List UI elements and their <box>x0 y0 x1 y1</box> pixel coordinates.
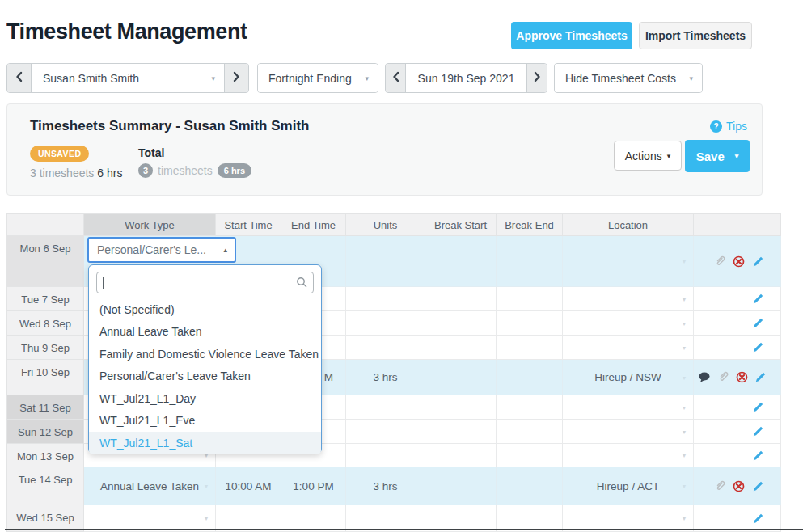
break-end-cell[interactable] <box>497 505 563 532</box>
location-cell[interactable]: ▾ <box>563 444 694 467</box>
edit-pencil-icon[interactable] <box>752 255 764 268</box>
dropdown-option[interactable]: WT_Jul21_L1_Eve <box>89 410 321 433</box>
units-cell[interactable]: 3 hrs <box>346 467 425 505</box>
dropdown-option[interactable]: Annual Leave Taken <box>89 321 321 344</box>
period-date-display[interactable]: Sun 19th Sep 2021 <box>406 64 526 92</box>
work-type-combobox[interactable]: Personal/Carer's Le... ▴ <box>87 237 236 263</box>
column-header-break-start: Break Start <box>425 214 497 236</box>
break-end-cell[interactable] <box>497 444 563 467</box>
employee-prev-button[interactable] <box>7 64 32 92</box>
break-end-cell[interactable] <box>497 467 563 505</box>
tips-label: Tips <box>726 120 747 133</box>
units-cell[interactable] <box>346 395 425 420</box>
chevron-down-icon: ▾ <box>205 483 208 490</box>
dropdown-option-highlighted[interactable]: WT_Jul21_L1_Sat <box>89 432 321 454</box>
break-end-cell[interactable] <box>497 236 563 287</box>
column-header-actions <box>694 214 781 236</box>
edit-pencil-icon[interactable] <box>752 293 764 305</box>
dropdown-option[interactable]: (Not Specified) <box>89 298 321 321</box>
period-type-group: Fortnight Ending ▾ <box>257 63 378 93</box>
chevron-down-icon: ▾ <box>735 152 739 160</box>
units-cell[interactable] <box>346 505 425 532</box>
dropdown-option[interactable]: WT_Jul21_L1_Day <box>89 387 321 410</box>
location-cell[interactable]: ▾ <box>563 395 694 420</box>
column-header-work-type: Work Type <box>84 214 216 236</box>
costs-select[interactable]: Hide Timesheet Costs ▾ <box>555 64 702 92</box>
units-cell[interactable]: 3 hrs <box>346 360 425 395</box>
break-start-cell[interactable] <box>425 336 497 360</box>
dropdown-option[interactable]: Personal/Carer's Leave Taken <box>89 365 321 388</box>
work-type-cell[interactable]: ▾ <box>84 505 216 532</box>
attachment-icon[interactable] <box>715 255 725 268</box>
break-start-cell[interactable] <box>425 395 497 420</box>
row-actions-cell <box>694 360 781 395</box>
break-end-cell[interactable] <box>497 420 563 444</box>
location-cell[interactable]: ▾ <box>563 420 694 444</box>
period-type-select[interactable]: Fortnight Ending ▾ <box>258 64 378 92</box>
break-end-cell[interactable] <box>497 287 563 311</box>
attachment-icon[interactable] <box>715 480 725 492</box>
break-end-cell[interactable] <box>497 311 563 336</box>
break-start-cell[interactable] <box>425 467 497 505</box>
top-divider <box>0 11 803 11</box>
break-start-cell[interactable] <box>425 287 497 311</box>
end-time-cell[interactable] <box>281 505 346 532</box>
delete-icon[interactable] <box>736 371 748 383</box>
break-end-cell[interactable] <box>497 395 563 420</box>
break-start-cell[interactable] <box>425 311 497 336</box>
column-header-start-time: Start Time <box>216 214 281 236</box>
break-start-cell[interactable] <box>425 360 497 395</box>
break-end-cell[interactable] <box>497 360 563 395</box>
break-start-cell[interactable] <box>425 444 497 467</box>
location-cell[interactable]: Hireup / ACT▾ <box>563 467 694 505</box>
location-cell[interactable]: ▾ <box>563 505 694 532</box>
chevron-down-icon: ▾ <box>205 515 208 522</box>
delete-icon[interactable] <box>733 480 745 492</box>
location-cell[interactable]: ▾ <box>563 311 694 336</box>
delete-icon[interactable] <box>733 255 745 268</box>
units-cell[interactable] <box>346 287 425 311</box>
period-prev-button[interactable] <box>386 64 406 92</box>
edit-pencil-icon[interactable] <box>752 480 764 492</box>
actions-button[interactable]: Actions ▾ <box>614 141 682 171</box>
location-cell[interactable]: ▾ <box>563 287 694 311</box>
edit-pencil-icon[interactable] <box>752 425 764 437</box>
location-cell[interactable]: ▾ <box>563 336 694 360</box>
units-cell[interactable] <box>346 236 425 287</box>
attachment-icon[interactable] <box>718 371 729 383</box>
save-button[interactable]: Save ▾ <box>685 140 750 172</box>
units-cell[interactable] <box>346 420 425 444</box>
unsaved-status-badge: UNSAVED <box>30 146 89 162</box>
edit-pencil-icon[interactable] <box>752 341 764 353</box>
dropdown-option[interactable]: Family and Domestic Violence Leave Taken <box>89 343 321 365</box>
edit-pencil-icon[interactable] <box>752 401 764 413</box>
row-actions-cell <box>694 311 781 336</box>
location-cell[interactable]: Hireup / NSW▾ <box>563 360 694 395</box>
break-start-cell[interactable] <box>425 420 497 444</box>
end-time-cell[interactable]: 1:00 PM <box>281 467 346 505</box>
start-time-cell[interactable] <box>216 505 281 532</box>
work-type-cell[interactable]: Annual Leave Taken▾ <box>84 467 216 505</box>
import-timesheets-button[interactable]: Import Timesheets <box>639 22 752 49</box>
units-cell[interactable] <box>346 311 425 336</box>
start-time-cell[interactable]: 10:00 AM <box>216 467 281 505</box>
approve-timesheets-button[interactable]: Approve Timesheets <box>511 22 632 49</box>
units-cell[interactable] <box>346 444 425 467</box>
employee-select[interactable]: Susan Smith Smith ▾ <box>32 64 224 92</box>
chevron-down-icon: ▾ <box>689 74 693 82</box>
break-end-cell[interactable] <box>497 336 563 360</box>
costs-select-value: Hide Timesheet Costs <box>565 72 676 85</box>
break-start-cell[interactable] <box>425 236 497 287</box>
dropdown-search-input[interactable] <box>96 272 314 293</box>
edit-pencil-icon[interactable] <box>752 450 764 462</box>
units-cell[interactable] <box>346 336 425 360</box>
period-next-button[interactable] <box>526 64 547 92</box>
break-start-cell[interactable] <box>425 505 497 532</box>
location-cell[interactable]: ▾ <box>563 236 694 287</box>
tips-link[interactable]: ? Tips <box>710 120 747 133</box>
edit-pencil-icon[interactable] <box>754 371 767 383</box>
employee-next-button[interactable] <box>224 64 248 92</box>
comment-icon[interactable] <box>698 372 711 383</box>
edit-pencil-icon[interactable] <box>752 317 764 329</box>
edit-pencil-icon[interactable] <box>752 513 764 525</box>
